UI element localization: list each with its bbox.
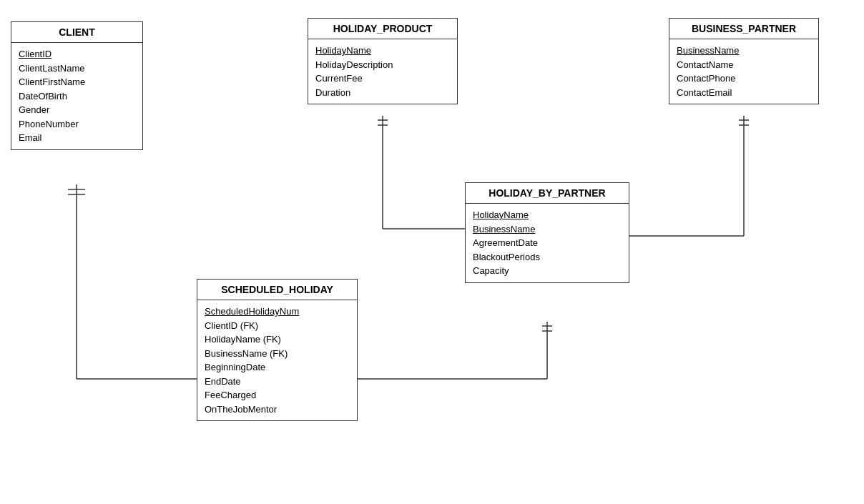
- hbp-field-2: AgreementDate: [473, 236, 622, 250]
- hp-field-3: Duration: [315, 86, 450, 100]
- hbp-field-3: BlackoutPeriods: [473, 250, 622, 265]
- bp-field-0: BusinessName: [677, 44, 811, 58]
- sh-field-7: OnTheJobMentor: [205, 402, 350, 417]
- client-title: CLIENT: [11, 22, 142, 43]
- holiday-by-partner-title: HOLIDAY_BY_PARTNER: [466, 183, 629, 204]
- sh-field-3: BusinessName (FK): [205, 347, 350, 361]
- hbp-field-0: HolidayName: [473, 208, 622, 222]
- bp-field-1: ContactName: [677, 58, 811, 72]
- sh-field-6: FeeCharged: [205, 388, 350, 402]
- client-field-1: ClientLastName: [19, 61, 135, 76]
- bp-field-3: ContactEmail: [677, 86, 811, 100]
- sh-field-4: BeginningDate: [205, 360, 350, 375]
- hbp-field-1: BusinessName: [473, 222, 622, 237]
- scheduled-holiday-table: SCHEDULED_HOLIDAY ScheduledHolidayNum Cl…: [197, 279, 358, 421]
- erd-diagram: CLIENT ClientID ClientLastName ClientFir…: [0, 0, 864, 504]
- holiday-product-table: HOLIDAY_PRODUCT HolidayName HolidayDescr…: [308, 18, 458, 104]
- business-partner-table: BUSINESS_PARTNER BusinessName ContactNam…: [669, 18, 819, 104]
- sh-field-1: ClientID (FK): [205, 319, 350, 333]
- holiday-product-fields: HolidayName HolidayDescription CurrentFe…: [308, 39, 457, 104]
- holiday-by-partner-table: HOLIDAY_BY_PARTNER HolidayName BusinessN…: [465, 182, 629, 283]
- business-partner-title: BUSINESS_PARTNER: [669, 19, 818, 39]
- hp-field-2: CurrentFee: [315, 71, 450, 86]
- client-field-6: Email: [19, 131, 135, 145]
- bp-field-2: ContactPhone: [677, 71, 811, 86]
- hp-field-1: HolidayDescription: [315, 58, 450, 72]
- holiday-by-partner-fields: HolidayName BusinessName AgreementDate B…: [466, 204, 629, 282]
- business-partner-fields: BusinessName ContactName ContactPhone Co…: [669, 39, 818, 104]
- client-field-5: PhoneNumber: [19, 117, 135, 132]
- client-table: CLIENT ClientID ClientLastName ClientFir…: [11, 21, 143, 150]
- client-field-2: ClientFirstName: [19, 75, 135, 89]
- client-field-0: ClientID: [19, 47, 135, 61]
- hbp-field-4: Capacity: [473, 264, 622, 278]
- sh-field-2: HolidayName (FK): [205, 332, 350, 347]
- scheduled-holiday-fields: ScheduledHolidayNum ClientID (FK) Holida…: [197, 300, 357, 420]
- hp-field-0: HolidayName: [315, 44, 450, 58]
- client-field-3: DateOfBirth: [19, 89, 135, 104]
- sh-field-5: EndDate: [205, 375, 350, 389]
- sh-field-0: ScheduledHolidayNum: [205, 305, 350, 319]
- holiday-product-title: HOLIDAY_PRODUCT: [308, 19, 457, 39]
- client-fields: ClientID ClientLastName ClientFirstName …: [11, 43, 142, 149]
- scheduled-holiday-title: SCHEDULED_HOLIDAY: [197, 280, 357, 300]
- client-field-4: Gender: [19, 103, 135, 117]
